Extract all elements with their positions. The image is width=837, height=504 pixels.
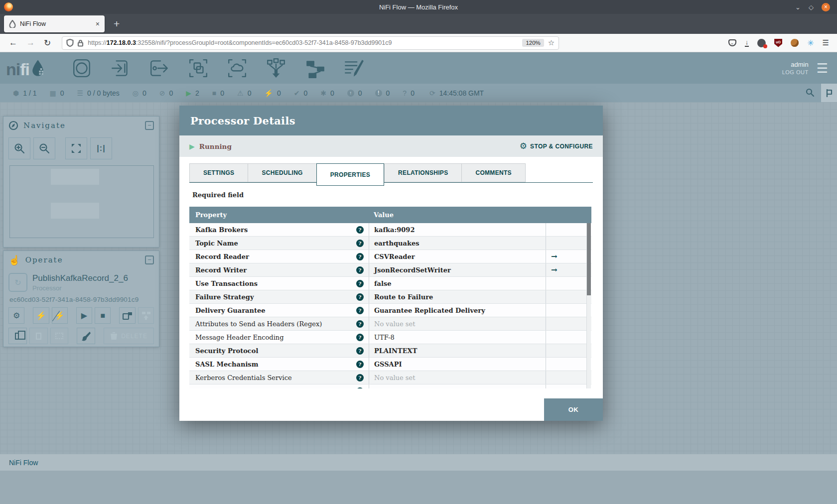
back-button[interactable]: ← (9, 38, 17, 48)
operate-panel: ☝ Operate − ↻ PublishKafkaRecord_2_6 Pro… (3, 251, 159, 347)
processor-tool-icon[interactable] (71, 58, 92, 79)
tab-properties[interactable]: PROPERTIES (316, 163, 384, 186)
table-scrollbar[interactable] (586, 223, 591, 388)
table-row[interactable]: Failure Strategy?Route to Failure (189, 290, 591, 304)
disable-button[interactable]: ⚡ (52, 307, 68, 324)
paste-button[interactable] (29, 328, 48, 344)
help-icon: ? (356, 347, 364, 355)
table-row[interactable]: Delivery Guarantee?Guarantee Replicated … (189, 304, 591, 317)
tab-relationships[interactable]: RELATIONSHIPS (384, 163, 461, 182)
configure-button[interactable]: ⚙ (8, 307, 24, 324)
shield-icon[interactable] (66, 39, 74, 47)
remote-process-group-tool-icon[interactable] (227, 58, 248, 79)
table-header: Property Value (189, 207, 591, 223)
upload-template-button[interactable] (138, 307, 154, 324)
bookmark-star-icon[interactable]: ☆ (548, 38, 555, 47)
table-row[interactable]: Kerberos Credentials Service?No value se… (189, 371, 591, 384)
delete-button[interactable]: DELETE (104, 328, 154, 344)
group-button[interactable] (50, 328, 69, 344)
table-row[interactable]: Kafka Brokers?kafka:9092 (189, 223, 591, 237)
zoom-level-badge[interactable]: 120% (522, 39, 544, 47)
go-to-service-icon[interactable]: → (551, 252, 558, 261)
start-button[interactable]: ▶ (76, 307, 92, 324)
stopped-icon: ■ (212, 89, 216, 97)
template-tool-icon[interactable] (304, 58, 325, 79)
pocket-icon[interactable]: ⌄ (728, 39, 736, 46)
browser-tab[interactable]: NiFi Flow × (4, 15, 105, 32)
new-tab-button[interactable]: + (114, 18, 120, 30)
question-icon: ? (403, 89, 407, 97)
help-icon: ? (356, 253, 364, 260)
table-row[interactable]: Attributes to Send as Headers (Regex)?No… (189, 317, 591, 331)
table-row[interactable]: Topic Name?earthquakes (189, 237, 591, 250)
output-port-tool-icon[interactable] (149, 58, 170, 79)
table-row[interactable]: Message Header Encoding?UTF-8 (189, 331, 591, 344)
zoom-in-button[interactable] (8, 137, 30, 159)
tab-scheduling[interactable]: SCHEDULING (248, 163, 316, 182)
table-row[interactable]: SASL Mechanism?GSSAPI (189, 358, 591, 371)
cookie-extension-icon[interactable] (791, 39, 799, 47)
refresh-icon[interactable]: ⟳ (429, 89, 435, 97)
breadcrumb[interactable]: NiFi Flow (0, 454, 837, 471)
ok-button[interactable]: OK (544, 398, 603, 421)
stat-invalid: ⚠0 (237, 89, 251, 97)
queued-icon: ☰ (77, 89, 84, 97)
tab-settings[interactable]: SETTINGS (189, 163, 248, 182)
forward-button[interactable]: → (26, 38, 35, 48)
downloads-icon[interactable]: ↓ (745, 39, 749, 47)
exclamation-icon: ! (375, 90, 382, 97)
search-icon[interactable] (799, 88, 821, 98)
table-row[interactable]: Kerberos Service Name?No value set (189, 384, 591, 388)
navigate-collapse-icon[interactable]: − (145, 121, 154, 130)
extension-asterisk-icon[interactable]: ✳ (807, 38, 814, 48)
help-icon: ? (356, 334, 364, 341)
help-icon: ? (356, 293, 364, 301)
save-template-button[interactable] (119, 307, 135, 324)
label-tool-icon[interactable] (343, 58, 364, 79)
zoom-actual-button[interactable]: |:| (90, 137, 112, 159)
stop-and-configure-button[interactable]: ⚙ STOP & CONFIGURE (520, 141, 593, 151)
stat-not-transmitting: ⊘0 (159, 89, 173, 97)
table-row[interactable]: Use Transactions?false (189, 277, 591, 290)
reload-button[interactable]: ↻ (44, 38, 51, 48)
minimap-processor-2 (51, 203, 99, 219)
navigate-panel: Navigate − |:| (3, 116, 159, 248)
table-row[interactable]: Record Reader?CSVReader→ (189, 250, 591, 263)
ublock-icon[interactable]: uO (774, 39, 782, 47)
color-button[interactable] (77, 328, 95, 344)
go-to-service-icon[interactable]: → (551, 265, 558, 274)
scrollbar-thumb[interactable] (587, 223, 591, 295)
enable-button[interactable]: ⚡ (33, 307, 49, 324)
process-group-tool-icon[interactable] (188, 58, 209, 79)
lock-icon[interactable] (77, 39, 84, 47)
selected-component-id: ec60cd03-52f7-341a-8458-97b3dd9901c9 (9, 296, 159, 303)
stop-button[interactable]: ■ (95, 307, 111, 324)
tab-comments[interactable]: COMMENTS (461, 163, 525, 182)
profile-mask-icon[interactable] (757, 39, 766, 47)
running-status-label: Running (199, 142, 232, 150)
stat-locally-modified: ✱0 (320, 89, 334, 97)
zoom-out-button[interactable] (33, 137, 55, 159)
current-user: admin (782, 61, 809, 68)
birdseye-toggle-icon[interactable] (821, 84, 837, 102)
zoom-fit-button[interactable] (65, 137, 87, 159)
funnel-tool-icon[interactable] (266, 58, 286, 79)
stat-transmitting: ◎0 (133, 89, 146, 97)
copy-button[interactable] (8, 328, 27, 344)
browser-menu-icon[interactable]: ☰ (823, 38, 829, 47)
input-port-tool-icon[interactable] (110, 58, 131, 79)
table-row[interactable]: Record Writer?JsonRecordSetWriter→ (189, 263, 591, 277)
cluster-icon: ⬢ (13, 89, 19, 97)
window-title: NiFi Flow — Mozilla Firefox (0, 3, 837, 11)
bolt-icon: ⚡ (36, 311, 46, 320)
table-row[interactable]: Security Protocol?PLAINTEXT (189, 344, 591, 358)
stale-icon: ↑ (347, 90, 354, 97)
tab-close-icon[interactable]: × (96, 20, 100, 28)
global-menu-icon[interactable]: ☰ (817, 62, 828, 75)
operate-collapse-icon[interactable]: − (145, 255, 154, 264)
logout-link[interactable]: LOG OUT (782, 69, 809, 75)
url-bar[interactable]: https://172.18.0.3:32558/nifi/?processGr… (62, 36, 559, 50)
birdseye-minimap[interactable] (9, 165, 154, 238)
configure-gear-icon: ⚙ (520, 141, 527, 151)
help-icon: ? (356, 307, 364, 314)
